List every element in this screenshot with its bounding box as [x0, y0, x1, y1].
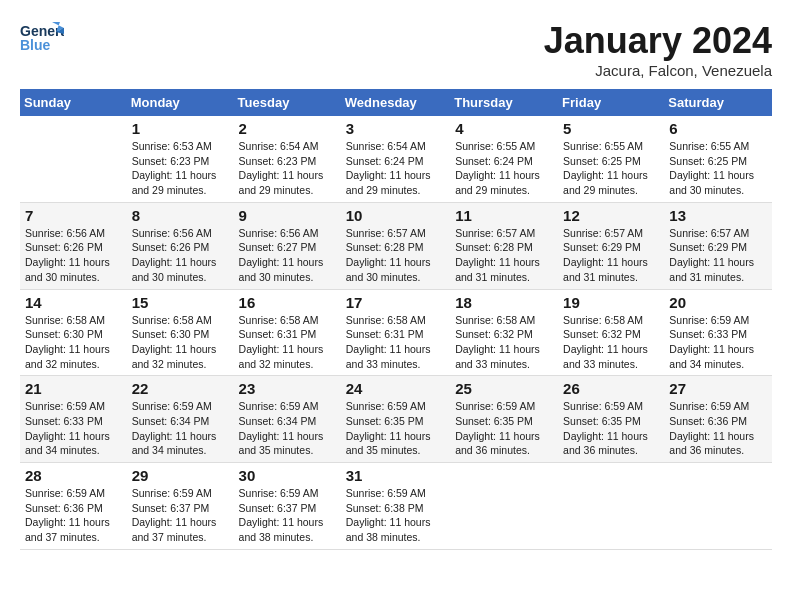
cell-info: Sunrise: 6:53 AMSunset: 6:23 PMDaylight:…: [132, 139, 229, 198]
header-sunday: Sunday: [20, 89, 127, 116]
calendar-cell: 23Sunrise: 6:59 AMSunset: 6:34 PMDayligh…: [234, 376, 341, 463]
day-number: 11: [455, 207, 553, 224]
logo-icon: General Blue: [20, 20, 64, 56]
cell-info: Sunrise: 6:58 AMSunset: 6:30 PMDaylight:…: [25, 313, 122, 372]
calendar-cell: 13Sunrise: 6:57 AMSunset: 6:29 PMDayligh…: [664, 202, 772, 289]
cell-info: Sunrise: 6:59 AMSunset: 6:34 PMDaylight:…: [132, 399, 229, 458]
calendar-cell: 25Sunrise: 6:59 AMSunset: 6:35 PMDayligh…: [450, 376, 558, 463]
day-number: 19: [563, 294, 659, 311]
day-number: 9: [239, 207, 336, 224]
cell-info: Sunrise: 6:55 AMSunset: 6:25 PMDaylight:…: [563, 139, 659, 198]
calendar-cell: 12Sunrise: 6:57 AMSunset: 6:29 PMDayligh…: [558, 202, 664, 289]
day-number: 15: [132, 294, 229, 311]
day-number: 24: [346, 380, 445, 397]
cell-info: Sunrise: 6:59 AMSunset: 6:38 PMDaylight:…: [346, 486, 445, 545]
calendar-week-row: 1Sunrise: 6:53 AMSunset: 6:23 PMDaylight…: [20, 116, 772, 202]
calendar-cell: 2Sunrise: 6:54 AMSunset: 6:23 PMDaylight…: [234, 116, 341, 202]
header-saturday: Saturday: [664, 89, 772, 116]
calendar-cell: 1Sunrise: 6:53 AMSunset: 6:23 PMDaylight…: [127, 116, 234, 202]
day-number: 21: [25, 380, 122, 397]
cell-info: Sunrise: 6:54 AMSunset: 6:24 PMDaylight:…: [346, 139, 445, 198]
cell-info: Sunrise: 6:55 AMSunset: 6:24 PMDaylight:…: [455, 139, 553, 198]
calendar-cell: 31Sunrise: 6:59 AMSunset: 6:38 PMDayligh…: [341, 463, 450, 550]
header-tuesday: Tuesday: [234, 89, 341, 116]
calendar-cell: 21Sunrise: 6:59 AMSunset: 6:33 PMDayligh…: [20, 376, 127, 463]
day-number: 6: [669, 120, 767, 137]
cell-info: Sunrise: 6:58 AMSunset: 6:30 PMDaylight:…: [132, 313, 229, 372]
day-number: 16: [239, 294, 336, 311]
calendar-cell: 6Sunrise: 6:55 AMSunset: 6:25 PMDaylight…: [664, 116, 772, 202]
day-number: 29: [132, 467, 229, 484]
header-monday: Monday: [127, 89, 234, 116]
day-number: 10: [346, 207, 445, 224]
day-number: 20: [669, 294, 767, 311]
calendar-cell: 20Sunrise: 6:59 AMSunset: 6:33 PMDayligh…: [664, 289, 772, 376]
cell-info: Sunrise: 6:57 AMSunset: 6:28 PMDaylight:…: [455, 226, 553, 285]
calendar-cell: 7Sunrise: 6:56 AMSunset: 6:26 PMDaylight…: [20, 202, 127, 289]
day-number: 26: [563, 380, 659, 397]
calendar-cell: [558, 463, 664, 550]
calendar-cell: [664, 463, 772, 550]
calendar-cell: [450, 463, 558, 550]
day-number: 1: [132, 120, 229, 137]
cell-info: Sunrise: 6:57 AMSunset: 6:28 PMDaylight:…: [346, 226, 445, 285]
calendar-cell: 19Sunrise: 6:58 AMSunset: 6:32 PMDayligh…: [558, 289, 664, 376]
day-number: 30: [239, 467, 336, 484]
cell-info: Sunrise: 6:59 AMSunset: 6:36 PMDaylight:…: [669, 399, 767, 458]
cell-info: Sunrise: 6:59 AMSunset: 6:34 PMDaylight:…: [239, 399, 336, 458]
cell-info: Sunrise: 6:56 AMSunset: 6:26 PMDaylight:…: [25, 226, 122, 285]
cell-info: Sunrise: 6:59 AMSunset: 6:35 PMDaylight:…: [455, 399, 553, 458]
cell-info: Sunrise: 6:56 AMSunset: 6:27 PMDaylight:…: [239, 226, 336, 285]
day-number: 23: [239, 380, 336, 397]
cell-info: Sunrise: 6:55 AMSunset: 6:25 PMDaylight:…: [669, 139, 767, 198]
calendar-cell: 4Sunrise: 6:55 AMSunset: 6:24 PMDaylight…: [450, 116, 558, 202]
day-number: 2: [239, 120, 336, 137]
day-number: 25: [455, 380, 553, 397]
cell-info: Sunrise: 6:58 AMSunset: 6:31 PMDaylight:…: [346, 313, 445, 372]
calendar-week-row: 14Sunrise: 6:58 AMSunset: 6:30 PMDayligh…: [20, 289, 772, 376]
day-number: 12: [563, 207, 659, 224]
calendar-cell: [20, 116, 127, 202]
header-friday: Friday: [558, 89, 664, 116]
cell-info: Sunrise: 6:59 AMSunset: 6:37 PMDaylight:…: [132, 486, 229, 545]
calendar-cell: 29Sunrise: 6:59 AMSunset: 6:37 PMDayligh…: [127, 463, 234, 550]
day-number: 17: [346, 294, 445, 311]
cell-info: Sunrise: 6:58 AMSunset: 6:32 PMDaylight:…: [455, 313, 553, 372]
day-number: 22: [132, 380, 229, 397]
calendar-cell: 17Sunrise: 6:58 AMSunset: 6:31 PMDayligh…: [341, 289, 450, 376]
calendar-cell: 10Sunrise: 6:57 AMSunset: 6:28 PMDayligh…: [341, 202, 450, 289]
calendar-cell: 28Sunrise: 6:59 AMSunset: 6:36 PMDayligh…: [20, 463, 127, 550]
calendar-cell: 3Sunrise: 6:54 AMSunset: 6:24 PMDaylight…: [341, 116, 450, 202]
calendar-week-row: 28Sunrise: 6:59 AMSunset: 6:36 PMDayligh…: [20, 463, 772, 550]
calendar-cell: 8Sunrise: 6:56 AMSunset: 6:26 PMDaylight…: [127, 202, 234, 289]
cell-info: Sunrise: 6:58 AMSunset: 6:32 PMDaylight:…: [563, 313, 659, 372]
day-number: 8: [132, 207, 229, 224]
calendar-cell: 11Sunrise: 6:57 AMSunset: 6:28 PMDayligh…: [450, 202, 558, 289]
cell-info: Sunrise: 6:56 AMSunset: 6:26 PMDaylight:…: [132, 226, 229, 285]
cell-info: Sunrise: 6:58 AMSunset: 6:31 PMDaylight:…: [239, 313, 336, 372]
cell-info: Sunrise: 6:59 AMSunset: 6:37 PMDaylight:…: [239, 486, 336, 545]
cell-info: Sunrise: 6:59 AMSunset: 6:33 PMDaylight:…: [669, 313, 767, 372]
cell-info: Sunrise: 6:59 AMSunset: 6:35 PMDaylight:…: [346, 399, 445, 458]
calendar-cell: 9Sunrise: 6:56 AMSunset: 6:27 PMDaylight…: [234, 202, 341, 289]
calendar-cell: 5Sunrise: 6:55 AMSunset: 6:25 PMDaylight…: [558, 116, 664, 202]
calendar-cell: 24Sunrise: 6:59 AMSunset: 6:35 PMDayligh…: [341, 376, 450, 463]
header-wednesday: Wednesday: [341, 89, 450, 116]
calendar-week-row: 21Sunrise: 6:59 AMSunset: 6:33 PMDayligh…: [20, 376, 772, 463]
svg-text:Blue: Blue: [20, 37, 51, 53]
page-header: General Blue January 2024 Jacura, Falcon…: [20, 20, 772, 79]
title-block: January 2024 Jacura, Falcon, Venezuela: [544, 20, 772, 79]
day-number: 7: [25, 207, 122, 224]
calendar-cell: 27Sunrise: 6:59 AMSunset: 6:36 PMDayligh…: [664, 376, 772, 463]
cell-info: Sunrise: 6:59 AMSunset: 6:35 PMDaylight:…: [563, 399, 659, 458]
day-number: 13: [669, 207, 767, 224]
day-number: 28: [25, 467, 122, 484]
month-year-title: January 2024: [544, 20, 772, 62]
cell-info: Sunrise: 6:59 AMSunset: 6:33 PMDaylight:…: [25, 399, 122, 458]
calendar-cell: 30Sunrise: 6:59 AMSunset: 6:37 PMDayligh…: [234, 463, 341, 550]
calendar-cell: 15Sunrise: 6:58 AMSunset: 6:30 PMDayligh…: [127, 289, 234, 376]
calendar-cell: 16Sunrise: 6:58 AMSunset: 6:31 PMDayligh…: [234, 289, 341, 376]
calendar-cell: 26Sunrise: 6:59 AMSunset: 6:35 PMDayligh…: [558, 376, 664, 463]
location-subtitle: Jacura, Falcon, Venezuela: [544, 62, 772, 79]
logo: General Blue: [20, 20, 64, 56]
